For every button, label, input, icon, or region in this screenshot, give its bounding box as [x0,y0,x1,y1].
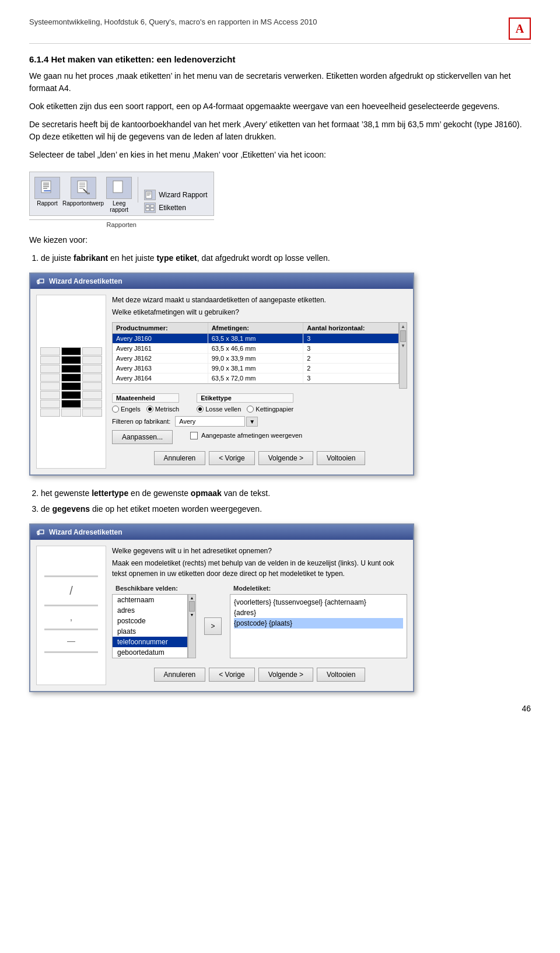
field-item-adres[interactable]: adres [113,605,187,616]
cell-nr: Avery J8164 [113,373,208,383]
ribbon-right-wizard-rapport[interactable]: Wizard Rapport [144,190,207,200]
cell-aantal: 3 [303,334,398,343]
ribbon-icon-rapport[interactable]: Rapport [34,177,60,213]
add-field-button[interactable]: > [204,617,222,635]
ribbon-icons-col: Rapport Rapportontw [34,177,132,213]
leeg-icon [106,177,132,199]
label-cell [82,347,102,355]
dialog-1-table: Productnummer: Afmetingen: Aantal horizo… [112,322,399,384]
label-sketch: / , — [41,575,101,655]
fields-scrollbar[interactable]: ▲ ▼ [188,594,196,658]
dialog-2-content: / , — Welke gegevens wilt u in het adres… [30,540,413,691]
table-scrollbar[interactable]: ▲ ▼ [399,322,407,389]
list-item-2-bold2: opmaak [191,488,222,498]
label-cell [82,391,102,399]
wizard-rapport-label: Wizard Rapport [159,191,207,199]
modeletiket-box[interactable]: {voorletters} {tussenvoegsel} {achternaa… [230,594,407,658]
sketch-line-top [44,575,98,577]
dialog-wizard-adresetiketten-1: 🏷 Wizard Adresetiketten [29,273,414,476]
dialog-1-label-preview [36,295,106,469]
radio-metrisch[interactable]: Metrisch [146,406,180,413]
filter-input[interactable]: Avery [175,416,245,427]
field-item-telefoonnummer[interactable]: telefoonnummer [113,637,187,647]
radio-label-losse: Losse vellen [205,406,241,413]
radio-dot-metrisch [146,406,153,413]
scroll-down-arrow[interactable]: ▼ [401,343,405,348]
label-cell [82,356,102,364]
cell-afm: 63,5 x 72,0 mm [208,373,304,383]
label-preview-sheet [40,347,102,417]
list-item-2-text2: en de gewenste [128,488,191,498]
radio-engels[interactable]: Engels [112,406,141,413]
col-afmetingen: Afmetingen: [208,323,304,333]
ribbon-icon-leeg[interactable]: Leegrapport [106,177,132,213]
field-item-plaats[interactable]: plaats [113,626,187,637]
dialog-1-title: Wizard Adresetiketten [49,277,122,285]
label-cell [40,365,60,373]
paragraph-2: Ook etiketten zijn dus een soort rapport… [29,100,531,113]
filter-dropdown-arrow[interactable]: ▼ [246,417,258,427]
beschikbare-velden-list: achternaam adres postcode plaats telefoo… [112,594,188,658]
dialog-1-content: Met deze wizard maakt u standaardetikett… [30,289,413,474]
table-row[interactable]: Avery J8163 99,0 x 38,1 mm 2 [113,364,398,373]
label-row [40,409,102,417]
label-cell-selected [61,356,81,364]
field-item-achternaam[interactable]: achternaam [113,595,187,605]
annuleren-button-1[interactable]: Annuleren [154,451,206,465]
svg-rect-21 [150,208,154,211]
field-item-postcode[interactable]: postcode [113,616,187,626]
options-row: Maateenheid Engels Metrisch Etikettype [112,393,407,413]
fields-scroll-down[interactable]: ▼ [190,613,194,617]
cell-afm: 63,5 x 46,6 mm [208,344,304,353]
scroll-thumb[interactable] [400,330,406,342]
dialog-2-btn-row: Annuleren < Vorige Volgende > Voltooien [112,663,407,685]
etikettype-label: Etikettype [197,393,293,403]
voltooien-button-1[interactable]: Voltooien [317,451,365,465]
fields-scroll-thumb[interactable] [189,601,195,612]
table-row[interactable]: Avery J8162 99,0 x 33,9 mm 2 [113,354,398,364]
fields-scroll-up[interactable]: ▲ [190,596,194,600]
model-line-2: {adres} [234,608,403,618]
svg-rect-2 [43,184,49,186]
filter-label: Filteren op fabrikant: [112,418,170,425]
dialog-2-title: Wizard Adresetiketten [49,528,122,536]
dialog-1-btn-row: Annuleren < Vorige Volgende > Voltooien [112,446,407,469]
list-item-1-text3: , dat afgedrukt wordt op losse vellen. [197,253,330,263]
table-row[interactable]: Avery J8160 63,5 x 38,1 mm 3 [113,334,398,344]
radio-kettingpapier[interactable]: Kettingpapier [247,406,293,413]
checkbox-aangepaste[interactable] [190,432,198,439]
paragraph-3: De secretaris heeft bij de kantoorboekha… [29,118,531,143]
aanpassen-button[interactable]: Aanpassen... [112,430,173,444]
ribbon-icon-rapportontwerp[interactable]: Rapportontwerp [62,177,104,213]
volgende-button-2[interactable]: Volgende > [258,668,313,682]
svg-rect-19 [150,205,154,207]
page-header: Systeemontwikkeling, Hoofdstuk 6, Query'… [29,18,531,44]
cell-nr: Avery J8162 [113,354,208,363]
label-row [40,373,102,382]
cell-aantal: 3 [303,344,398,353]
dialog-1-title-icon: 🏷 [36,277,44,286]
radio-dot-ketting [247,406,254,413]
table-row[interactable]: Avery J8161 63,5 x 46,6 mm 3 [113,344,398,354]
svg-rect-18 [146,205,149,207]
ribbon-right-etiketten[interactable]: Etiketten [144,203,207,213]
list-item-2-text3: van de tekst. [222,488,270,498]
field-item-geboortedatum[interactable]: geboortedatum [113,647,187,658]
svg-rect-7 [79,183,85,184]
radio-losse-vellen[interactable]: Losse vellen [197,406,241,413]
rapportontwerp-label: Rapportontwerp [62,200,104,207]
ribbon-divider [138,177,138,203]
list-item-1-text1: de juiste [41,253,74,263]
dialog-1-intro2: Welke etiketafmetingen wilt u gebruiken? [112,307,407,317]
label-row [40,400,102,408]
table-row[interactable]: Avery J8164 63,5 x 72,0 mm 3 [113,373,398,383]
svg-rect-13 [113,181,123,193]
voltooien-button-2[interactable]: Voltooien [317,668,365,682]
dialog-2-label-sketch: / , — [36,546,106,685]
vorige-button-1[interactable]: < Vorige [209,451,254,465]
checkbox-label: Aangepaste afmetingen weergeven [201,432,302,439]
annuleren-button-2[interactable]: Annuleren [154,668,206,682]
vorige-button-2[interactable]: < Vorige [209,668,254,682]
volgende-button-1[interactable]: Volgende > [258,451,313,465]
scroll-up-arrow[interactable]: ▲ [401,324,405,329]
